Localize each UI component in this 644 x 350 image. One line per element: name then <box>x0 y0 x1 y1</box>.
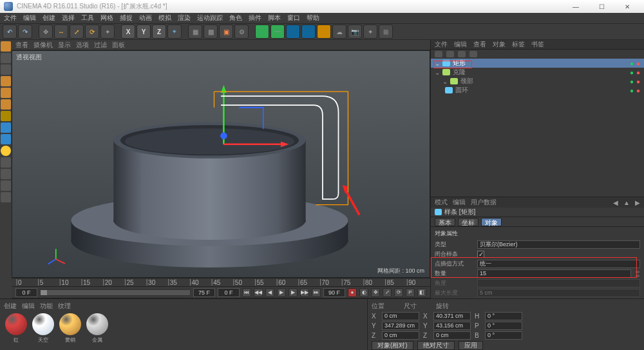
play-fwd-button[interactable]: ▶ <box>277 288 286 297</box>
workplane-button[interactable] <box>1 122 11 133</box>
om-tab-edit[interactable]: 编辑 <box>454 40 467 49</box>
poly-mode-button[interactable] <box>1 99 11 110</box>
attr-tab-mode[interactable]: 模式 <box>435 198 448 207</box>
minimize-button[interactable]: — <box>563 0 589 13</box>
misc-b-button[interactable] <box>1 192 11 202</box>
current-frame-field[interactable]: 0 F <box>218 288 240 297</box>
render-settings-button[interactable]: ⚙ <box>234 24 249 39</box>
make-editable-button[interactable] <box>1 41 11 52</box>
field-type[interactable]: 贝塞尔(Bezier) <box>477 240 640 249</box>
attr-tab-edit[interactable]: 编辑 <box>453 198 466 207</box>
model-mode-button[interactable] <box>1 53 11 63</box>
menu-item-file[interactable]: 文件 <box>4 14 17 23</box>
nurbs-button[interactable] <box>286 24 300 39</box>
material-swatch[interactable]: 天空 <box>31 313 55 344</box>
mat-tab-func[interactable]: 功能 <box>40 302 53 311</box>
material-swatch[interactable]: 金属 <box>85 313 109 344</box>
menu-item-help[interactable]: 帮助 <box>307 14 319 23</box>
edge-mode-button[interactable] <box>1 88 11 98</box>
material-swatch[interactable]: 红 <box>4 313 28 344</box>
timeline-ruler[interactable]: 051015202530354045505560657075808590 <box>12 278 430 287</box>
menu-item-tools[interactable]: 工具 <box>81 14 94 23</box>
rot-h[interactable]: 0 ° <box>485 312 522 320</box>
goto-end-button[interactable]: ⏭ <box>312 288 321 297</box>
key-pla-button[interactable]: ◧ <box>417 288 426 297</box>
menu-item-create[interactable]: 创建 <box>43 14 55 23</box>
prim-spline-button[interactable]: 〰 <box>270 24 285 39</box>
rot-b[interactable]: 0 ° <box>485 331 522 340</box>
timeline-scrubber[interactable] <box>40 289 191 296</box>
prev-key-button[interactable]: ◀◀ <box>254 288 263 297</box>
menu-item-window[interactable]: 窗口 <box>287 14 300 23</box>
menu-item-mocap[interactable]: 运动跟踪 <box>197 14 223 23</box>
key-rot-button[interactable]: ⟳ <box>394 288 403 297</box>
subtab-basic[interactable]: 基本 <box>435 218 455 226</box>
size-x[interactable]: 40.371 cm <box>433 312 471 320</box>
axis-y-button[interactable]: Y <box>137 24 151 39</box>
object-manager[interactable]: ⌄ 矩形 ●● ⌄ 克隆 ●● ⌄ 颈部 ●● 圆环 ●● <box>431 50 644 197</box>
range-start-field[interactable]: 0 F <box>15 288 37 297</box>
range-b-field[interactable]: 75 F <box>193 288 215 297</box>
menu-item-character[interactable]: 角色 <box>229 14 242 23</box>
goto-start-button[interactable]: ⏮ <box>242 288 251 297</box>
coord-mode-a[interactable]: 对象(相对) <box>372 341 413 350</box>
menu-item-mesh[interactable]: 网格 <box>100 14 113 23</box>
snap-button[interactable] <box>1 134 11 144</box>
light-button[interactable]: ✦ <box>363 24 377 39</box>
key-param-button[interactable]: P <box>406 288 415 297</box>
vp-menu-camera[interactable]: 摄像机 <box>33 41 53 50</box>
vp-menu-view[interactable]: 查看 <box>15 41 28 50</box>
om-tab-file[interactable]: 文件 <box>435 40 448 49</box>
menu-item-plugin[interactable]: 插件 <box>249 14 261 23</box>
record-button[interactable]: ● <box>348 288 357 297</box>
soft-select-button[interactable] <box>1 146 11 156</box>
autokey-button[interactable]: ◐ <box>359 288 368 297</box>
coord-sys-button[interactable]: ⌖ <box>167 24 182 39</box>
obj-row-cloner[interactable]: ⌄ 克隆 ●● <box>431 68 644 77</box>
misc-a-button[interactable] <box>1 180 11 191</box>
coord-mode-b[interactable]: 绝对尺寸 <box>417 341 455 350</box>
prim-cube-button[interactable] <box>255 24 269 39</box>
undo-button[interactable]: ↶ <box>3 24 17 39</box>
obj-row-circle[interactable]: 圆环 ●● <box>431 86 644 95</box>
vp-menu-options[interactable]: 选项 <box>76 41 89 50</box>
select-tool-button[interactable]: ✥ <box>39 24 53 39</box>
redo-button[interactable]: ↷ <box>18 24 32 39</box>
size-y[interactable]: 43.156 cm <box>433 322 471 330</box>
vp-menu-panel[interactable]: 面板 <box>112 41 125 50</box>
prev-frame-button[interactable]: ◀ <box>265 288 274 297</box>
attr-nav-fwd-icon[interactable]: ▶ <box>635 199 640 206</box>
menu-item-render[interactable]: 渲染 <box>178 14 191 23</box>
om-tab-bookmark[interactable]: 书签 <box>531 40 544 49</box>
scale-tool-button[interactable]: ⤢ <box>70 24 84 39</box>
key-pos-button[interactable]: ✥ <box>371 288 380 297</box>
key-scale-button[interactable]: ⤢ <box>383 288 392 297</box>
menu-item-simulate[interactable]: 模拟 <box>158 14 171 23</box>
pos-z[interactable]: 0 cm <box>382 331 419 340</box>
material-swatch[interactable]: 黄铜 <box>58 313 82 344</box>
range-end-field[interactable]: 90 F <box>323 288 345 297</box>
obj-row-neck[interactable]: ⌄ 颈部 ●● <box>431 77 644 86</box>
axis-z-button[interactable]: Z <box>152 24 166 39</box>
coord-apply-button[interactable]: 应用 <box>459 341 483 350</box>
menu-item-script[interactable]: 脚本 <box>268 14 281 23</box>
viewport-solo-button[interactable] <box>1 169 11 179</box>
menu-item-animate[interactable]: 动画 <box>139 14 152 23</box>
attr-nav-up-icon[interactable]: ▲ <box>623 199 630 206</box>
takes-button[interactable]: ⊞ <box>379 24 393 39</box>
tweak-button[interactable] <box>1 157 11 168</box>
maximize-button[interactable]: ☐ <box>589 0 614 13</box>
render-region-button[interactable]: ▩ <box>204 24 218 39</box>
axis-mode-button[interactable] <box>1 111 11 121</box>
texture-mode-button[interactable] <box>1 64 11 75</box>
om-tab-view[interactable]: 查看 <box>473 40 486 49</box>
environment-button[interactable]: ☁ <box>332 24 346 39</box>
last-tool-button[interactable]: ✦ <box>100 24 115 39</box>
mat-tab-tex[interactable]: 纹理 <box>58 302 71 311</box>
size-z[interactable]: 0 cm <box>433 331 471 340</box>
point-mode-button[interactable] <box>1 76 11 86</box>
vp-menu-filter[interactable]: 过滤 <box>94 41 107 50</box>
move-tool-button[interactable]: ↔ <box>54 24 68 39</box>
attr-nav-back-icon[interactable]: ◀ <box>613 199 618 206</box>
om-tab-tags[interactable]: 标签 <box>512 40 525 49</box>
